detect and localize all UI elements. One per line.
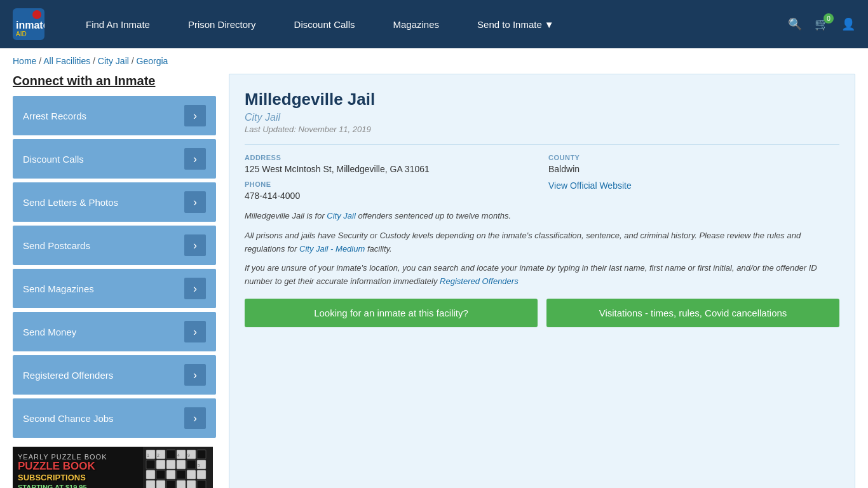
logo-area[interactable]: inmate AID (13, 8, 48, 40)
address-section: ADDRESS 125 West McIntosh St, Milledgevi… (245, 154, 536, 174)
svg-rect-28 (197, 480, 206, 488)
sidebar-item-send-magazines[interactable]: Send Magazines › (13, 269, 216, 308)
ad-text: YEARLY PUZZLE BOOK PUZZLE BOOK SUBSCRIPT… (18, 453, 188, 488)
ad-puzzle-label: PUZZLE BOOK (18, 461, 188, 473)
find-inmate-button[interactable]: Looking for an inmate at this facility? (245, 299, 538, 327)
phone-value: 478-414-4000 (245, 191, 536, 201)
nav-find-inmate[interactable]: Find An Inmate (67, 0, 169, 48)
svg-rect-10 (197, 450, 206, 459)
sidebar-arrow-offenders: › (184, 364, 206, 386)
sidebar-item-registered-offenders[interactable]: Registered Offenders › (13, 355, 216, 395)
nav-discount-calls[interactable]: Discount Calls (275, 0, 374, 48)
county-section: COUNTY Baldwin (548, 154, 839, 174)
sidebar-item-send-postcards[interactable]: Send Postcards › (13, 226, 216, 265)
svg-rect-15 (187, 460, 196, 469)
breadcrumb-home[interactable]: Home (13, 56, 36, 66)
action-buttons: Looking for an inmate at this facility? … (245, 299, 839, 327)
sidebar-arrow-letters: › (184, 191, 206, 213)
facility-type: City Jail (245, 112, 839, 123)
breadcrumb-all-facilities[interactable]: All Facilities (43, 56, 90, 66)
facility-desc-2: All prisons and jails have Security or C… (245, 229, 839, 256)
website-section: View Official Website (548, 180, 839, 201)
sidebar-advertisement[interactable]: 1 2 4 9 5 YEARLY PUZZLE BOOK PUZZLE BOOK… (13, 447, 216, 488)
county-value: Baldwin (548, 164, 839, 174)
facility-desc-3: If you are unsure of your inmate's locat… (245, 262, 839, 288)
logo-icon: inmate AID (13, 8, 44, 40)
visitations-button[interactable]: Visitations - times, rules, Covid cancel… (546, 299, 839, 327)
address-label: ADDRESS (245, 154, 536, 161)
svg-rect-27 (187, 480, 196, 488)
ad-subscriptions-label: SUBSCRIPTIONS (18, 473, 188, 482)
address-value: 125 West McIntosh St, Milledgeville, GA … (245, 164, 536, 174)
sidebar-title: Connect with an Inmate (13, 74, 216, 88)
svg-text:5: 5 (198, 463, 200, 468)
facility-last-updated: Last Updated: November 11, 2019 (245, 125, 839, 134)
facility-card: Milledgeville Jail City Jail Last Update… (229, 74, 855, 488)
phone-label: PHONE (245, 180, 536, 188)
header-icons: 🔍 🛒 0 👤 (788, 17, 855, 31)
nav-magazines[interactable]: Magazines (374, 0, 458, 48)
registered-offenders-link[interactable]: Registered Offenders (440, 276, 519, 286)
breadcrumb: Home / All Facilities / City Jail / Geor… (0, 48, 868, 74)
svg-text:AID: AID (16, 30, 27, 37)
cart-button[interactable]: 🛒 0 (815, 17, 829, 31)
svg-rect-21 (187, 470, 196, 479)
sidebar-item-send-letters[interactable]: Send Letters & Photos › (13, 182, 216, 222)
cart-badge: 0 (824, 13, 834, 24)
county-label: COUNTY (548, 154, 839, 161)
search-button[interactable]: 🔍 (788, 17, 802, 31)
sidebar-arrow-postcards: › (184, 234, 206, 256)
city-jail-link-1[interactable]: City Jail (327, 211, 356, 220)
user-account-button[interactable]: 👤 (841, 17, 855, 31)
main-nav: Find An Inmate Prison Directory Discount… (67, 0, 788, 48)
sidebar-arrow-arrest: › (184, 105, 206, 126)
sidebar-arrow-magazines: › (184, 278, 206, 299)
site-header: inmate AID Find An Inmate Prison Directo… (0, 0, 868, 48)
sidebar: Connect with an Inmate Arrest Records › … (13, 74, 216, 488)
sidebar-item-second-chance-jobs[interactable]: Second Chance Jobs › (13, 398, 216, 438)
ad-price-label: STARTING AT $19.95 (18, 484, 188, 488)
sidebar-item-discount-calls[interactable]: Discount Calls › (13, 139, 216, 179)
breadcrumb-state[interactable]: Georgia (137, 56, 168, 66)
phone-section: PHONE 478-414-4000 (245, 180, 536, 201)
sidebar-item-arrest-records[interactable]: Arrest Records › (13, 96, 216, 135)
sidebar-arrow-discount: › (184, 148, 206, 170)
sidebar-arrow-jobs: › (184, 407, 206, 429)
svg-text:inmate: inmate (16, 20, 44, 30)
facility-name: Milledgeville Jail (245, 90, 839, 109)
official-website-link[interactable]: View Official Website (548, 180, 632, 191)
nav-prison-directory[interactable]: Prison Directory (169, 0, 275, 48)
facility-info-grid: ADDRESS 125 West McIntosh St, Milledgevi… (245, 144, 839, 201)
svg-point-3 (32, 10, 41, 19)
sidebar-arrow-money: › (184, 321, 206, 342)
nav-send-to-inmate[interactable]: Send to Inmate ▼ (458, 0, 573, 48)
svg-rect-22 (197, 470, 206, 479)
ad-box: 1 2 4 9 5 YEARLY PUZZLE BOOK PUZZLE BOOK… (13, 447, 213, 488)
city-jail-medium-link[interactable]: City Jail - Medium (299, 244, 365, 254)
breadcrumb-city-jail[interactable]: City Jail (98, 56, 129, 66)
facility-desc-1: Milledgeville Jail is for City Jail offe… (245, 210, 839, 223)
main-content: Connect with an Inmate Arrest Records › … (0, 74, 868, 488)
sidebar-item-send-money[interactable]: Send Money › (13, 312, 216, 351)
